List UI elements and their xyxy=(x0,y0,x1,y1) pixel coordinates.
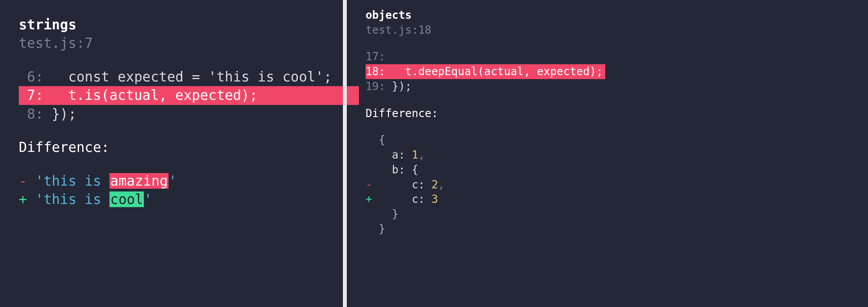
test-location-strings: test.js:7 xyxy=(19,34,331,52)
code-line-highlighted: 18: t.deepEqual(actual, expected); xyxy=(366,64,856,79)
obj-line: } xyxy=(366,207,856,222)
code-block-objects: 17: 18: t.deepEqual(actual, expected); 1… xyxy=(366,49,856,94)
code-line: 6: const expected = 'this is cool'; xyxy=(19,68,331,86)
panel-objects: objects test.js:18 17: 18: t.deepEqual(a… xyxy=(347,0,868,307)
obj-diff-removed: - c: 2, xyxy=(366,177,856,192)
obj-diff-added: + c: 3 xyxy=(366,192,856,207)
test-title-strings: strings xyxy=(19,16,331,34)
code-line: 19: }); xyxy=(366,79,856,94)
obj-line: b: { xyxy=(366,163,856,177)
difference-label: Difference: xyxy=(366,106,856,121)
test-title-objects: objects xyxy=(366,8,856,23)
panel-strings: strings test.js:7 6: const expected = 't… xyxy=(0,0,343,307)
panel-divider xyxy=(343,0,347,307)
code-line: 17: xyxy=(366,49,856,64)
diff-added-token: cool xyxy=(109,191,144,207)
diff-removed-line: - 'this is amazing' xyxy=(19,172,331,190)
obj-line: } xyxy=(366,222,856,237)
diff-removed-token: amazing xyxy=(109,173,169,189)
obj-line: { xyxy=(366,133,856,148)
diff-added-line: + 'this is cool' xyxy=(19,190,331,209)
obj-line: a: 1, xyxy=(366,148,856,163)
code-line-highlighted: 7: t.is(actual, expected); xyxy=(19,86,331,105)
difference-label: Difference: xyxy=(19,138,331,157)
code-block-strings: 6: const expected = 'this is cool'; 7: t… xyxy=(19,68,331,123)
test-location-objects: test.js:18 xyxy=(366,23,856,38)
code-line: 8: }); xyxy=(19,105,331,123)
